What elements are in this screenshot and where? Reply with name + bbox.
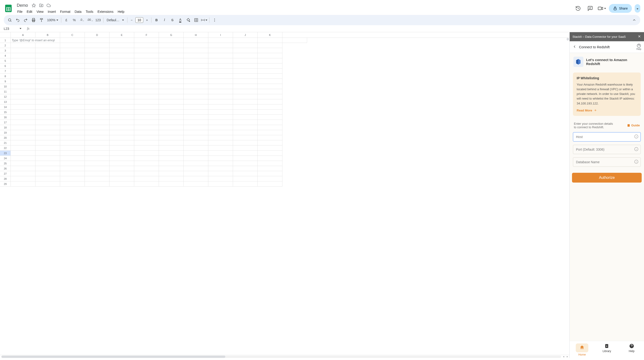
cell[interactable] bbox=[134, 146, 159, 151]
column-header[interactable]: B bbox=[36, 32, 60, 38]
cell[interactable] bbox=[184, 140, 208, 146]
cell[interactable] bbox=[11, 130, 36, 135]
cell[interactable] bbox=[110, 110, 134, 115]
cell[interactable] bbox=[208, 140, 233, 146]
italic-icon[interactable]: I bbox=[161, 16, 168, 24]
cell[interactable] bbox=[110, 53, 134, 58]
cell[interactable] bbox=[11, 176, 36, 181]
row-header[interactable]: 12 bbox=[0, 94, 11, 99]
cell[interactable] bbox=[184, 151, 208, 156]
cell[interactable] bbox=[233, 135, 258, 140]
cell[interactable] bbox=[85, 105, 110, 110]
decrease-decimal-icon[interactable]: .0← bbox=[78, 16, 86, 24]
cell[interactable] bbox=[134, 125, 159, 130]
cell[interactable] bbox=[85, 53, 110, 58]
cell[interactable] bbox=[184, 161, 208, 166]
cell[interactable] bbox=[110, 69, 134, 74]
cell[interactable] bbox=[134, 140, 159, 146]
cell[interactable] bbox=[85, 58, 110, 64]
cell[interactable] bbox=[208, 135, 233, 140]
cell[interactable] bbox=[258, 181, 282, 187]
cell[interactable] bbox=[85, 151, 110, 156]
cell[interactable] bbox=[11, 79, 36, 84]
cell[interactable] bbox=[36, 48, 60, 53]
cell[interactable] bbox=[159, 166, 184, 171]
cell[interactable] bbox=[159, 125, 184, 130]
cell[interactable] bbox=[233, 53, 258, 58]
cell[interactable] bbox=[258, 69, 282, 74]
info-icon[interactable] bbox=[634, 159, 638, 164]
cell[interactable] bbox=[184, 171, 208, 176]
cell[interactable] bbox=[233, 181, 258, 187]
cell[interactable] bbox=[36, 156, 60, 161]
cell[interactable] bbox=[134, 115, 159, 120]
row-header[interactable]: 17 bbox=[0, 120, 11, 125]
cell[interactable] bbox=[85, 161, 110, 166]
cell[interactable] bbox=[258, 156, 282, 161]
cell[interactable] bbox=[110, 166, 134, 171]
cell[interactable] bbox=[184, 99, 208, 105]
cell[interactable] bbox=[36, 94, 60, 99]
cell[interactable] bbox=[208, 176, 233, 181]
merge-cells-icon[interactable] bbox=[200, 16, 208, 24]
cell[interactable] bbox=[110, 89, 134, 94]
cell[interactable] bbox=[36, 53, 60, 58]
cell[interactable] bbox=[60, 105, 85, 110]
cell[interactable] bbox=[233, 58, 258, 64]
cell[interactable] bbox=[233, 79, 258, 84]
cell[interactable] bbox=[110, 130, 134, 135]
row-header[interactable]: 21 bbox=[0, 140, 11, 146]
info-icon[interactable] bbox=[634, 134, 638, 139]
cell[interactable] bbox=[60, 58, 85, 64]
history-icon[interactable] bbox=[574, 4, 583, 13]
cell[interactable] bbox=[134, 58, 159, 64]
cell[interactable] bbox=[110, 58, 134, 64]
cell[interactable] bbox=[208, 43, 233, 48]
cell[interactable] bbox=[233, 115, 258, 120]
cell[interactable] bbox=[184, 69, 208, 74]
cell[interactable] bbox=[11, 69, 36, 74]
cell[interactable] bbox=[11, 146, 36, 151]
cell[interactable] bbox=[60, 151, 85, 156]
cell[interactable] bbox=[110, 151, 134, 156]
row-header[interactable]: 20 bbox=[0, 135, 11, 140]
column-header[interactable]: D bbox=[85, 32, 110, 38]
font-select[interactable]: Defaul… bbox=[105, 18, 126, 22]
cell[interactable] bbox=[60, 89, 85, 94]
cell[interactable] bbox=[11, 84, 36, 89]
cell[interactable] bbox=[110, 105, 134, 110]
cell[interactable] bbox=[36, 64, 60, 69]
cell[interactable] bbox=[60, 156, 85, 161]
cell[interactable] bbox=[208, 151, 233, 156]
cell[interactable] bbox=[36, 115, 60, 120]
cell[interactable] bbox=[184, 156, 208, 161]
cell[interactable] bbox=[134, 171, 159, 176]
cell[interactable] bbox=[36, 146, 60, 151]
cell[interactable] bbox=[85, 130, 110, 135]
scroll-right-icon[interactable] bbox=[566, 355, 568, 358]
cell[interactable] bbox=[60, 48, 85, 53]
cell[interactable] bbox=[36, 84, 60, 89]
addon-help-button[interactable]: Help bbox=[636, 44, 641, 50]
cell[interactable] bbox=[258, 120, 282, 125]
cell[interactable] bbox=[36, 166, 60, 171]
cell[interactable] bbox=[159, 115, 184, 120]
nav-help[interactable]: Help bbox=[619, 341, 644, 358]
cell[interactable] bbox=[85, 120, 110, 125]
sheets-logo[interactable] bbox=[4, 4, 13, 13]
cell[interactable] bbox=[159, 151, 184, 156]
cell[interactable] bbox=[258, 64, 282, 69]
cell[interactable] bbox=[110, 161, 134, 166]
cell[interactable] bbox=[134, 99, 159, 105]
cell[interactable] bbox=[11, 94, 36, 99]
cell[interactable] bbox=[233, 120, 258, 125]
cell[interactable] bbox=[159, 58, 184, 64]
cell[interactable] bbox=[184, 176, 208, 181]
cell[interactable] bbox=[134, 94, 159, 99]
name-box[interactable]: L23 bbox=[2, 26, 23, 31]
cell[interactable] bbox=[208, 94, 233, 99]
cell[interactable] bbox=[159, 110, 184, 115]
cell[interactable] bbox=[134, 105, 159, 110]
cell[interactable] bbox=[60, 146, 85, 151]
back-icon[interactable] bbox=[572, 45, 577, 50]
